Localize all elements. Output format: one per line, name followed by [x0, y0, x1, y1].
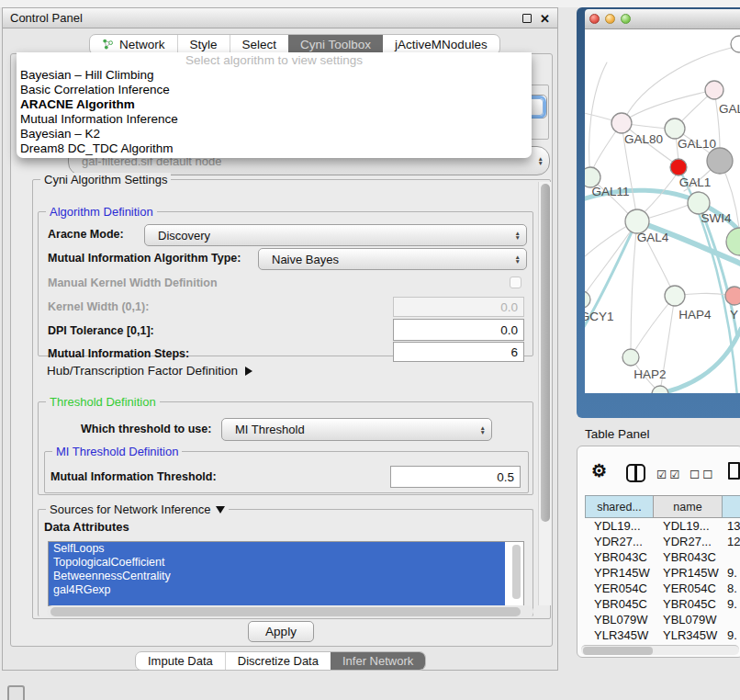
hide-columns-unchecked-icon[interactable]	[690, 468, 715, 481]
network-edge[interactable]	[623, 90, 714, 121]
attribute-item[interactable]: SelfLoops	[49, 542, 505, 556]
dpi-tolerance-field[interactable]: 0.0	[393, 319, 524, 341]
float-window-icon[interactable]	[522, 14, 532, 23]
network-node[interactable]	[726, 228, 740, 255]
scrollbar-thumb[interactable]	[541, 184, 550, 522]
sources-title: Sources for Network Inference	[50, 502, 211, 516]
settings-vertical-scrollbar[interactable]	[538, 182, 551, 605]
tab-network[interactable]: Network	[90, 35, 177, 54]
scrollbar-thumb[interactable]	[50, 607, 521, 616]
attribute-item[interactable]: BetweennessCentrality	[49, 570, 505, 583]
network-edge-highlighted[interactable]	[640, 329, 740, 393]
tab-select[interactable]: Select	[230, 35, 289, 54]
network-node-gal80[interactable]	[611, 113, 632, 133]
field-value: 0.5	[497, 470, 514, 484]
table-cell: YDR27...	[585, 534, 654, 549]
list-scrollbar-thumb[interactable]	[512, 545, 521, 599]
table-body: YDL19...YDL19...13YDR27...YDR27...12YBR0…	[585, 518, 740, 654]
field-value: 0.0	[500, 300, 518, 314]
algorithm-option-list: Bayesian – Hill ClimbingBasic Correlatio…	[17, 68, 532, 156]
network-edge[interactable]	[585, 221, 637, 294]
tab-discretize-data[interactable]: Discretize Data	[225, 652, 331, 670]
mi-steps-field[interactable]: 6	[393, 342, 524, 362]
table-row[interactable]: YBL079WYBL079W	[585, 612, 740, 627]
tab-label: Cyni Toolbox	[300, 38, 371, 51]
gear-icon[interactable]	[591, 460, 607, 481]
column-header[interactable]	[722, 495, 740, 518]
apply-button[interactable]: Apply	[248, 621, 314, 642]
tab-jactivemnodules[interactable]: jActiveMNodules	[383, 35, 499, 54]
tab-label: Network	[119, 38, 165, 51]
table-horizontal-scrollbar[interactable]	[581, 645, 739, 655]
table-row[interactable]: YBR045CYBR045C9.	[585, 596, 740, 612]
close-icon[interactable]	[540, 10, 550, 27]
network-node-y[interactable]	[725, 287, 740, 305]
algorithm-option[interactable]: Bayesian – Hill Climbing	[17, 68, 532, 83]
column-header[interactable]: shared...	[585, 495, 654, 518]
hub-definition-label: Hub/Transcription Factor Definition	[47, 364, 238, 378]
tab-style[interactable]: Style	[177, 35, 230, 54]
top-strip	[0, 0, 740, 7]
window-buttons	[522, 10, 550, 27]
table-cell: 9.	[723, 627, 740, 643]
close-traffic-light-icon[interactable]	[589, 14, 600, 24]
table-row[interactable]: YPR145WYPR145W9.	[585, 565, 740, 581]
algorithm-option[interactable]: Dream8 DC_TDC Algorithm	[17, 141, 532, 156]
network-node[interactable]	[731, 36, 740, 52]
manual-kernel-label: Manual Kernel Width Definition	[48, 277, 218, 289]
network-node-gal10[interactable]	[665, 119, 685, 139]
network-node-hap4[interactable]	[665, 286, 685, 306]
network-node[interactable]	[707, 148, 733, 174]
table-cell: YBR045C	[654, 596, 723, 612]
mi-threshold-field[interactable]: 0.5	[390, 466, 521, 488]
sources-toggle[interactable]: Sources for Network Inference	[46, 502, 229, 516]
attribute-item[interactable]: gal4RGexp	[49, 583, 505, 597]
table-cell: YER054C	[585, 581, 654, 596]
algorithm-option[interactable]: ARACNE Algorithm	[17, 97, 532, 112]
column-header[interactable]: name	[653, 495, 723, 518]
network-node-gal1[interactable]	[670, 159, 687, 175]
selected-value: Naive Bayes	[259, 253, 339, 266]
table-cell: YDR27...	[654, 534, 723, 549]
stepper-arrows-icon	[538, 156, 544, 165]
table-cell: YBR043C	[585, 549, 654, 565]
network-node[interactable]	[705, 81, 723, 99]
network-node-hap2[interactable]	[622, 349, 639, 366]
control-panel-titlebar: Control Panel	[3, 8, 557, 28]
data-attributes-list[interactable]: SelfLoopsTopologicalCoefficientBetweenne…	[48, 541, 524, 606]
threshold-select[interactable]: MI Threshold	[221, 418, 492, 441]
show-columns-checked-icon[interactable]	[656, 468, 682, 481]
table-row[interactable]: YDL19...YDL19...13	[585, 518, 740, 534]
minimize-traffic-light-icon[interactable]	[605, 14, 615, 24]
table-cell: YDL19...	[654, 518, 723, 534]
stepper-arrows-icon	[480, 425, 486, 435]
tab-cyni-toolbox[interactable]: Cyni Toolbox	[288, 35, 383, 54]
algorithm-option[interactable]: Bayesian – K2	[17, 127, 532, 141]
manual-kernel-checkbox[interactable]	[510, 277, 521, 288]
table-row[interactable]: YBR043CYBR043C	[585, 549, 740, 565]
network-node-gcy1[interactable]	[585, 291, 590, 308]
table-row[interactable]: YDR27...YDR27...12	[585, 534, 740, 549]
settings-horizontal-scrollbar[interactable]	[47, 605, 533, 617]
zoom-traffic-light-icon[interactable]	[621, 14, 631, 24]
network-window-titlebar[interactable]	[585, 9, 740, 29]
kernel-width-field[interactable]: 0.0	[393, 297, 524, 317]
group-title: MI Threshold Definition	[52, 445, 182, 458]
mi-algorithm-type-select[interactable]: Naive Bayes	[258, 248, 527, 270]
hub-definition-toggle[interactable]: Hub/Transcription Factor Definition	[47, 364, 252, 378]
table-row[interactable]: YER054CYER054C8.	[585, 581, 740, 596]
network-view-window: GAL80GAL10GAL1GAL11SWI4GAL4GCY1HAP4YHAP2…	[577, 7, 740, 418]
algorithm-option[interactable]: Mutual Information Inference	[17, 112, 532, 127]
dock-button[interactable]	[7, 685, 25, 700]
kernel-width-label: Kernel Width (0,1):	[48, 300, 149, 313]
scrollbar-thumb[interactable]	[583, 647, 653, 655]
document-icon[interactable]	[728, 462, 740, 480]
algorithm-option[interactable]: Basic Correlation Inference	[17, 83, 532, 97]
aracne-mode-select[interactable]: Discovery	[144, 224, 527, 246]
table-row[interactable]: YLR345WYLR345W9.	[585, 627, 740, 643]
network-canvas[interactable]: GAL80GAL10GAL1GAL11SWI4GAL4GCY1HAP4YHAP2…	[585, 29, 740, 393]
attribute-item[interactable]: TopologicalCoefficient	[49, 556, 505, 570]
columns-icon[interactable]	[626, 464, 645, 482]
tab-impute-data[interactable]: Impute Data	[136, 652, 225, 670]
tab-infer-network[interactable]: Infer Network	[331, 652, 425, 670]
